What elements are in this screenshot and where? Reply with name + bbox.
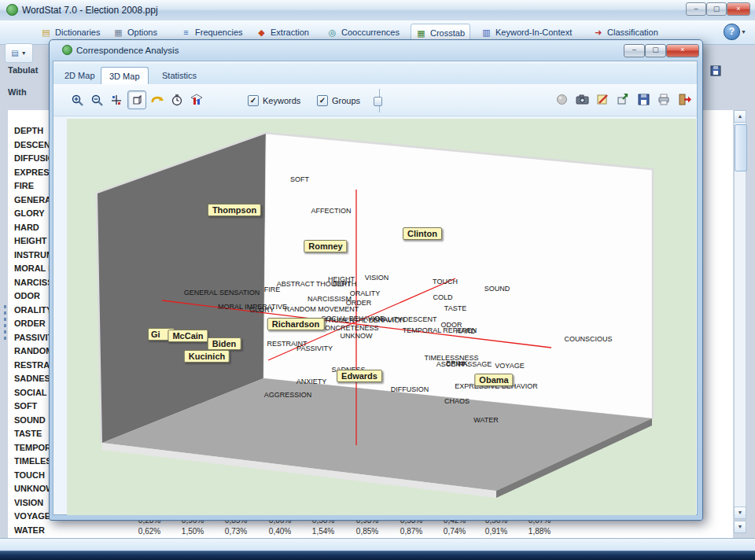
panel-edge-tick: [4, 305, 6, 308]
panel-edge-tick: [4, 337, 6, 340]
save-grid-icon[interactable]: [709, 64, 722, 77]
dialog-title: Correspondence Analysis: [76, 46, 179, 55]
toolbar-item-frequencies[interactable]: ≡Frequencies: [176, 24, 248, 41]
close-button[interactable]: ×: [727, 2, 750, 16]
vertical-scrollbar[interactable]: [734, 110, 746, 519]
sphere-icon[interactable]: [553, 90, 570, 108]
window-bottom-frame: [0, 551, 755, 560]
minimize-button[interactable]: –: [686, 2, 706, 16]
extraction-icon: ◆: [256, 28, 267, 37]
tab-statistics[interactable]: Statistics: [154, 67, 204, 84]
zoom-out-icon[interactable]: [88, 91, 105, 109]
help-button[interactable]: ?: [724, 24, 740, 40]
checkbox-check-icon: ✓: [317, 95, 328, 106]
group-point-label: McCain: [168, 330, 208, 342]
options-icon: ▦: [113, 28, 123, 37]
percent-cell: 0,62%: [138, 527, 160, 536]
toolbar-item-label: Keyword-In-Context: [495, 28, 572, 37]
keyword-point-label: SOFT: [290, 175, 309, 183]
status-bar: 243 cases: [0, 538, 755, 551]
tab-2d-map[interactable]: 2D Map: [57, 67, 103, 84]
toolbar-item-classification[interactable]: ➜Classification: [588, 24, 663, 41]
groups-checkbox[interactable]: ✓ Groups: [317, 95, 360, 106]
rotate-icon[interactable]: [149, 91, 166, 109]
keyword-point-label: DEPTH: [333, 280, 357, 288]
camera-icon[interactable]: [573, 90, 591, 108]
percent-cell: 0,85%: [356, 527, 378, 536]
exit-icon[interactable]: [676, 90, 693, 108]
new-document-dropdown[interactable]: ▤ ▼: [5, 43, 33, 63]
scrollbar-thumb[interactable]: [735, 124, 747, 171]
group-point-label: Kucinich: [184, 350, 230, 363]
percent-cell: 0,73%: [225, 527, 247, 536]
keyword-point-label: DESCENT: [403, 315, 436, 323]
dialog-icon: [62, 45, 72, 55]
group-point-label: Biden: [208, 337, 241, 350]
maximize-button[interactable]: ▢: [706, 2, 727, 16]
wordstat-app-window: WordStat 7.0 - Election 2008.ppj – ▢ × ▤…: [0, 0, 755, 560]
keyword-point-label: GENERAL SENSATION: [184, 289, 260, 297]
keyword-point-label: COLD: [433, 293, 452, 301]
percent-cell: 0,87%: [400, 527, 422, 536]
depth-slider-thumb[interactable]: [374, 97, 382, 106]
3d-plot-icon[interactable]: [188, 91, 205, 109]
dictionaries-icon: ▤: [41, 28, 51, 37]
keyword-point-label: FIRE: [264, 286, 281, 293]
timer-icon[interactable]: [168, 91, 186, 109]
correspondence-analysis-dialog: Correspondence Analysis – ▢ × 2D Map 3D …: [49, 39, 703, 521]
list-item[interactable]: WATER: [14, 525, 57, 535]
keyword-point-label: TASTE: [444, 304, 466, 312]
scroll-up-icon[interactable]: ▲: [734, 110, 746, 123]
print-icon[interactable]: [655, 90, 672, 108]
keyword-point-label: NARCISSISM: [308, 295, 352, 303]
toolbar-item-label: Frequencies: [195, 28, 243, 37]
toolbar-item-label: Dictionaries: [55, 28, 100, 37]
scroll-down2-icon[interactable]: ▼: [734, 521, 746, 533]
keyword-point-label: CONCRETENESS: [319, 324, 378, 332]
toolbar-item-extraction[interactable]: ◆Extraction: [252, 24, 314, 41]
tab-3d-map[interactable]: 3D Map: [101, 67, 149, 86]
keyword-point-label: CHAOS: [444, 397, 470, 405]
dialog-minimize-button[interactable]: –: [624, 44, 645, 57]
group-point-label: Romney: [304, 240, 347, 252]
with-label: With: [8, 87, 49, 97]
cube-icon[interactable]: [127, 90, 146, 109]
export-icon[interactable]: [614, 90, 632, 108]
panel-edge-tick: [4, 324, 6, 327]
classification-icon: ➜: [593, 28, 603, 37]
zoom-in-icon[interactable]: [68, 91, 86, 109]
keyword-point-label: PASSAGE: [459, 360, 492, 368]
3d-correspondence-plot[interactable]: SOFTAFFECTIONHEIGHTVISIONABSTRACT THOUGH…: [67, 119, 696, 515]
toolbar-item-dictionaries[interactable]: ▤Dictionaries: [36, 24, 105, 41]
keyword-point-label: ANXIETY: [296, 378, 327, 385]
keyword-point-label: WATER: [473, 416, 499, 424]
panel-edge-tick: [4, 330, 6, 333]
document-icon: ▤: [11, 49, 18, 57]
keyword-point-label: DIFFUSION: [391, 385, 429, 393]
dialog-close-button[interactable]: ×: [666, 44, 699, 57]
help-chevron-icon[interactable]: ▼: [741, 29, 746, 35]
keyword-point-label: AGGRESSION: [264, 391, 312, 399]
keyword-point-label: HARD: [455, 327, 476, 335]
scroll-down-icon[interactable]: ▼: [734, 507, 746, 519]
toolbar-item-options[interactable]: ▦Options: [109, 24, 162, 41]
tabulate-label: Tabulat: [8, 65, 49, 75]
axes-icon[interactable]: [108, 91, 125, 109]
keywords-checkbox[interactable]: ✓ Keywords: [248, 95, 300, 106]
save-icon[interactable]: [635, 90, 652, 108]
keyword-point-label: ORALITY: [350, 289, 381, 297]
keyword-point-label: SOUND: [484, 285, 510, 293]
keyword-point-label: GLORY: [249, 306, 274, 314]
percent-cell: 0,74%: [444, 527, 466, 536]
crosstab-icon: ▦: [416, 29, 426, 38]
toolbar-item-cooccurrences[interactable]: ◎Cooccurrences: [322, 24, 404, 41]
edit-pen-icon[interactable]: [594, 90, 611, 108]
keyword-point-label: AFFECTION: [311, 207, 352, 215]
back-wall: [263, 134, 652, 418]
percent-cell: 1,50%: [182, 527, 204, 536]
toolbar-item-keyword-in-context[interactable]: ▥Keyword-In-Context: [477, 24, 576, 41]
dialog-maximize-button[interactable]: ▢: [645, 44, 666, 57]
keyword-point-label: VOYAGE: [495, 362, 524, 370]
keyword-point-label: TOUCH: [433, 278, 458, 286]
panel-edge-tick: [4, 318, 6, 321]
